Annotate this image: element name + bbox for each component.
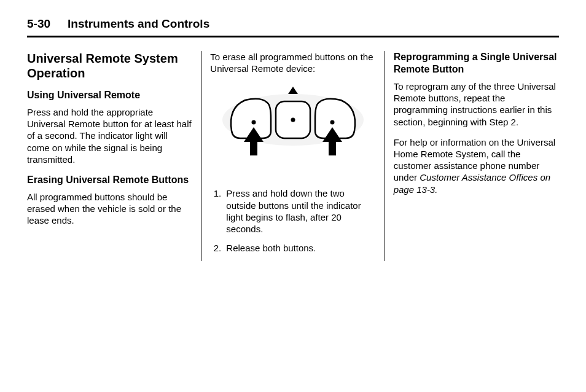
chapter-title: Instruments and Controls — [68, 17, 209, 31]
list-item: Press and hold down the two outside butt… — [224, 187, 375, 235]
svg-point-4 — [291, 118, 295, 122]
manual-page: 5-30 Instruments and Controls Universal … — [0, 0, 586, 273]
page-number: 5-30 — [27, 17, 50, 31]
step-text: Press and hold down the two outside butt… — [226, 188, 361, 234]
body-text: To reprogram any of the three Universal … — [394, 80, 559, 128]
svg-point-2 — [251, 120, 256, 125]
column-2: To erase all programmed buttons on the U… — [201, 51, 384, 261]
svg-marker-0 — [288, 87, 298, 94]
column-3: Reprogramming a Single Universal Remote … — [385, 51, 559, 261]
body-text: To erase all programmed buttons on the U… — [210, 51, 375, 74]
column-container: Universal Remote System Operation Using … — [27, 51, 559, 261]
column-1: Universal Remote System Operation Using … — [27, 51, 201, 261]
header-rule — [27, 36, 559, 37]
list-item: Release both buttons. — [224, 242, 375, 254]
step-list: Press and hold down the two outside butt… — [210, 187, 375, 254]
section-title: Universal Remote System Operation — [27, 51, 192, 80]
subsection-erasing-buttons: Erasing Universal Remote Buttons — [27, 174, 192, 186]
subsection-reprogramming: Reprogramming a Single Universal Remote … — [394, 51, 559, 76]
body-text: Press and hold the appropriate Universal… — [27, 106, 192, 165]
body-text: All programmed buttons should be erased … — [27, 191, 192, 227]
remote-buttons-diagram — [219, 83, 367, 175]
svg-point-5 — [330, 120, 334, 125]
subsection-using-remote: Using Universal Remote — [27, 89, 192, 101]
step-text: Release both buttons. — [226, 243, 316, 253]
body-text: For help or information on the Universal… — [394, 136, 559, 195]
page-header: 5-30 Instruments and Controls — [27, 17, 559, 36]
